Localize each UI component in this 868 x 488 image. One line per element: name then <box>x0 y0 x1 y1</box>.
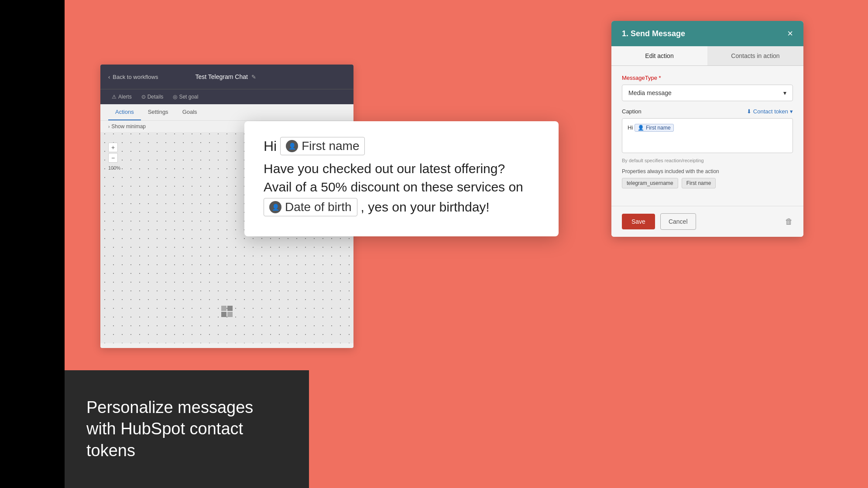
send-panel-body: MessageType * Media message ▾ Caption ⬇ … <box>611 66 803 206</box>
caption-helper-text: By default specifies reaction/receipting <box>622 157 793 164</box>
chevron-down-icon: ▾ <box>790 108 793 115</box>
property-chips: telegram_username First name <box>622 178 793 188</box>
tab-actions[interactable]: Actions <box>108 104 141 120</box>
send-panel-tabs: Edit action Contacts in action <box>611 46 803 66</box>
close-panel-button[interactable]: × <box>787 29 793 38</box>
birthday-text: , yes on your birthday! <box>361 200 490 215</box>
preview-line-4: 👤 Date of birth , yes on your birthday! <box>264 198 539 216</box>
back-to-workflows[interactable]: ‹ Back to workflows <box>108 74 158 80</box>
tab-edit-action[interactable]: Edit action <box>611 46 707 65</box>
firstname-token-icon: 👤 <box>286 140 298 152</box>
zoom-in-button[interactable]: + <box>108 143 118 152</box>
send-panel-title: 1. Send Message <box>622 29 685 38</box>
canvas-controls: + − 100% <box>108 143 120 171</box>
caption-label: Caption <box>622 108 642 115</box>
zoom-out-button[interactable]: − <box>108 153 118 163</box>
edit-title-icon[interactable]: ✎ <box>251 74 256 80</box>
firstname-token-chip[interactable]: 👤 First name <box>280 137 365 155</box>
line3-text: Avail of a 50% discount on these service… <box>264 180 523 195</box>
info-box-text: Personalize messages with HubSpot contac… <box>86 397 287 461</box>
message-type-select[interactable]: Media message ▾ <box>622 85 793 101</box>
dob-token-label: Date of birth <box>285 200 352 214</box>
property-chip-telegram: telegram_username <box>622 178 678 188</box>
zoom-level: 100% <box>108 165 120 171</box>
send-panel-header: 1. Send Message × <box>611 21 803 46</box>
preview-line-3: Avail of a 50% discount on these service… <box>264 180 539 195</box>
tab-contacts-in-action[interactable]: Contacts in action <box>707 46 803 65</box>
workflow-title: Test Telegram Chat ✎ <box>196 73 256 80</box>
set-goal-button[interactable]: ◎ Set goal <box>169 92 202 102</box>
send-panel-footer: Save Cancel 🗑 <box>611 206 803 237</box>
caption-preview[interactable]: Hi 👤 First name <box>622 118 793 153</box>
message-type-label: MessageType * <box>622 75 793 81</box>
cancel-button[interactable]: Cancel <box>660 213 696 230</box>
details-icon: ⊙ <box>141 94 146 100</box>
preview-line-2: Have you checked out our latest offering… <box>264 160 539 178</box>
alert-icon: ⚠ <box>112 94 117 100</box>
back-arrow-icon: ‹ <box>108 74 110 80</box>
dob-token-chip[interactable]: 👤 Date of birth <box>264 198 357 216</box>
workflow-top-buttons: ⚠ Alerts ⊙ Details ◎ Set goal <box>100 89 353 104</box>
required-asterisk: * <box>659 75 661 81</box>
contact-token-link[interactable]: ⬇ Contact token ▾ <box>747 108 793 115</box>
workflow-header: ‹ Back to workflows Test Telegram Chat ✎ <box>100 65 353 89</box>
save-button[interactable]: Save <box>622 214 655 229</box>
tab-goals[interactable]: Goals <box>175 104 204 120</box>
goal-icon: ◎ <box>173 94 177 100</box>
caption-row: Caption ⬇ Contact token ▾ <box>622 108 793 115</box>
details-button[interactable]: ⊙ Details <box>138 92 167 102</box>
send-message-panel: 1. Send Message × Edit action Contacts i… <box>611 21 803 237</box>
preview-popup: Hi 👤 First name Have you checked out our… <box>244 121 559 236</box>
tab-settings[interactable]: Settings <box>141 104 175 120</box>
info-box: Personalize messages with HubSpot contac… <box>65 370 309 488</box>
always-included-label: Properties always included with the acti… <box>622 168 793 174</box>
delete-icon[interactable]: 🗑 <box>785 217 793 226</box>
caption-person-icon: 👤 <box>638 125 644 131</box>
alerts-button[interactable]: ⚠ Alerts <box>108 92 135 102</box>
show-minimap-label[interactable]: Show minimap <box>111 123 146 130</box>
caption-firstname-token[interactable]: 👤 First name <box>635 124 674 132</box>
workflow-nav: Actions Settings Goals <box>100 104 353 121</box>
property-chip-firstname: First name <box>682 178 716 188</box>
download-icon: ⬇ <box>747 108 751 115</box>
hi-text: Hi <box>264 138 277 154</box>
firstname-token-label: First name <box>302 139 359 153</box>
dob-token-icon: 👤 <box>269 201 281 213</box>
chevron-right-icon: › <box>108 124 110 129</box>
caption-hi-text: Hi <box>628 124 635 131</box>
dropdown-arrow-icon: ▾ <box>783 89 786 96</box>
preview-line-1: Hi 👤 First name <box>264 137 539 155</box>
